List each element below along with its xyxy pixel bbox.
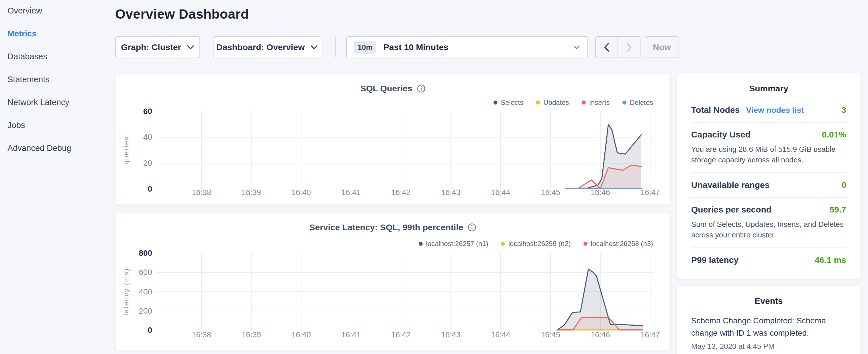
x-tick-label: 16:46 [591, 188, 610, 197]
x-tick-label: 16:44 [491, 330, 510, 339]
summary-stat-head: Queries per second59.7 [691, 205, 846, 215]
summary-stat-label: Total Nodes [691, 105, 740, 115]
y-tick-label: 40 [143, 133, 152, 141]
x-tick-label: 16:42 [391, 188, 411, 197]
time-window-label: Past 10 Minutes [383, 42, 448, 52]
y-tick-label: 0 [148, 326, 152, 334]
x-tick-label: 16:45 [541, 188, 560, 197]
summary-stat-value: 0.01% [822, 130, 846, 139]
summary-stat-value: 0 [841, 180, 846, 190]
page-title: Overview Dashboard [115, 6, 249, 22]
chevron-down-icon [310, 45, 318, 50]
y-tick-label: 200 [139, 307, 152, 315]
summary-stat-row-total-nodes: Total NodesView nodes list3 [691, 98, 846, 123]
chevron-right-icon [626, 42, 632, 52]
events-title: Events [677, 296, 861, 306]
y-tick-label: 800 [139, 249, 152, 257]
x-tick-label: 16:40 [291, 188, 311, 197]
x-tick-label: 16:43 [441, 188, 461, 197]
x-tick-label: 16:41 [341, 330, 361, 339]
summary-stat-label: Capacity Used [691, 130, 750, 139]
x-tick-label: 16:43 [441, 330, 461, 339]
event-timestamp: May 13, 2020 at 4:45 PM [691, 342, 846, 351]
summary-stat-label: P99 latency [691, 255, 739, 265]
time-window-badge: 10m [354, 41, 376, 54]
summary-stat-description: You are using 28.6 MiB of 515.9 GiB usab… [691, 144, 846, 165]
summary-stat-value: 59.7 [830, 205, 846, 215]
x-tick-label: 16:47 [641, 188, 660, 197]
summary-stat-row-p99-latency: P99 latency46.1 ms [691, 248, 846, 272]
x-tick-label: 16:38 [192, 330, 211, 339]
y-tick-label: 60 [143, 107, 152, 116]
y-tick-label: 600 [139, 268, 152, 277]
sidebar-item-overview[interactable]: Overview [7, 5, 42, 16]
sidebar-item-network-latency[interactable]: Network Latency [7, 97, 69, 108]
summary-stat-head: Total NodesView nodes list3 [691, 105, 846, 115]
y-axis-title: queries [122, 136, 130, 165]
summary-panel: Summary Total NodesView nodes list3Capac… [677, 73, 861, 279]
summary-title: Summary [677, 84, 861, 93]
summary-stat-head: P99 latency46.1 ms [691, 255, 846, 265]
x-tick-label: 16:45 [541, 330, 560, 339]
summary-stat-row-queries-per-second: Queries per second59.7Sum of Selects, Up… [691, 198, 846, 248]
x-tick-label: 16:41 [341, 188, 361, 197]
graph-dropdown-label: Graph: Cluster [121, 42, 181, 52]
summary-stat-label: Queries per second [691, 205, 771, 215]
view-nodes-list-link[interactable]: View nodes list [746, 106, 804, 115]
service-latency-chart-card: Service Latency: SQL, 99th percentile lo… [115, 213, 671, 350]
chevron-left-icon [603, 42, 610, 52]
y-tick-label: 0 [148, 185, 152, 193]
y-tick-label: 400 [139, 287, 152, 296]
y-axis-title: latency (ms) [122, 268, 130, 316]
x-tick-label: 16:39 [242, 330, 261, 339]
chevron-down-icon [187, 45, 194, 50]
sidebar-item-statements[interactable]: Statements [7, 74, 50, 85]
summary-rows: Total NodesView nodes list3Capacity Used… [691, 98, 846, 272]
chevron-down-icon [573, 45, 580, 50]
service-latency-plot: 16:3816:3916:4016:4116:4216:4316:4416:45… [116, 213, 671, 350]
summary-stat-label: Unavailable ranges [691, 180, 769, 190]
x-tick-label: 16:46 [591, 330, 610, 339]
now-button[interactable]: Now [645, 36, 679, 58]
events-list: Schema Change Completed: Schema change w… [677, 315, 861, 351]
summary-stat-value: 3 [841, 105, 846, 115]
summary-stat-row-capacity-used: Capacity Used0.01%You are using 28.6 MiB… [691, 123, 846, 173]
x-tick-label: 16:38 [192, 188, 211, 197]
x-tick-label: 16:39 [242, 188, 261, 197]
summary-stat-head: Unavailable ranges0 [691, 180, 846, 190]
sidebar-item-advanced-debug[interactable]: Advanced Debug [7, 142, 71, 154]
sidebar-item-metrics[interactable]: Metrics [7, 28, 37, 39]
sidebar-item-jobs[interactable]: Jobs [7, 120, 25, 131]
y-tick-label: 20 [143, 159, 152, 167]
summary-stat-row-unavailable-ranges: Unavailable ranges0 [691, 173, 846, 198]
event-message: Schema Change Completed: Schema change w… [691, 315, 846, 339]
summary-stat-value: 46.1 ms [815, 255, 846, 265]
time-step-buttons [595, 36, 641, 58]
time-window-dropdown[interactable]: 10m Past 10 Minutes [346, 36, 588, 58]
x-tick-label: 16:42 [391, 330, 411, 339]
sql-queries-plot: 16:3816:3916:4016:4116:4216:4316:4416:45… [116, 74, 671, 205]
summary-stat-description: Sum of Selects, Updates, Inserts, and De… [691, 219, 846, 240]
x-tick-label: 16:47 [641, 330, 660, 339]
summary-stat-head: Capacity Used0.01% [691, 130, 846, 139]
time-step-back-button[interactable] [596, 37, 618, 58]
x-tick-label: 16:44 [491, 188, 510, 197]
graph-dropdown[interactable]: Graph: Cluster [115, 36, 200, 58]
dashboard-dropdown-label: Dashboard: Overview [216, 42, 305, 52]
event-item: Schema Change Completed: Schema change w… [691, 315, 846, 351]
sidebar-item-databases[interactable]: Databases [7, 51, 47, 62]
series-area-inserts [578, 165, 641, 189]
time-step-forward-button[interactable] [618, 37, 640, 58]
controls-divider [335, 37, 336, 57]
dashboard-dropdown[interactable]: Dashboard: Overview [213, 36, 321, 58]
x-tick-label: 16:40 [291, 330, 311, 339]
sql-queries-chart-card: SQL Queries SelectsUpdatesInsertsDeletes… [115, 74, 671, 205]
events-panel: Events Schema Change Completed: Schema c… [677, 286, 861, 354]
